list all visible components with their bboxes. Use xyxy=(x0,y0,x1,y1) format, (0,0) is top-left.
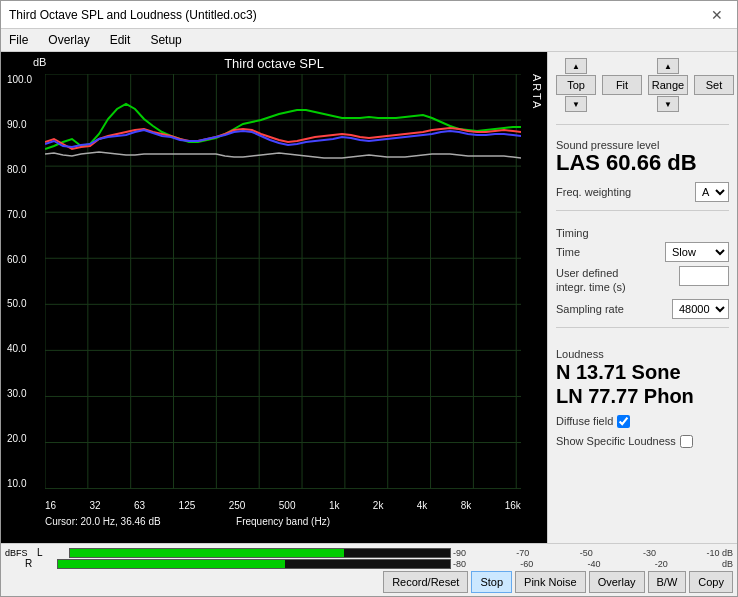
main-window: Third Octave SPL and Loudness (Untitled.… xyxy=(0,0,738,597)
y-tick-20: 20.0 xyxy=(7,433,32,444)
timing-section: Timing Time Fast Slow Custom User define… xyxy=(556,221,729,319)
y-tick-50: 50.0 xyxy=(7,298,32,309)
freq-weighting-row: Freq. weighting A B C Z xyxy=(556,182,729,202)
fit-nav-group: Fit xyxy=(602,58,642,112)
x-tick-16k: 16k xyxy=(505,500,521,511)
loudness-section-label: Loudness xyxy=(556,348,729,360)
level-label-dbfs: dBFS xyxy=(5,548,35,558)
bottom-buttons: Record/Reset Stop Pink Noise Overlay B/W… xyxy=(5,571,733,593)
fit-button[interactable]: Fit xyxy=(602,75,642,95)
level-meter-r: R -80 -60 -40 -20 dB xyxy=(5,558,733,569)
arta-label: ARTA xyxy=(531,74,543,110)
top-up-button[interactable]: ▲ xyxy=(565,58,587,74)
divider-3 xyxy=(556,327,729,328)
menu-bar: File Overlay Edit Setup xyxy=(1,29,737,52)
set-button[interactable]: Set xyxy=(694,75,734,95)
stop-button[interactable]: Stop xyxy=(471,571,512,593)
divider-1 xyxy=(556,124,729,125)
show-specific-checkbox[interactable] xyxy=(680,435,693,448)
x-tick-8k: 8k xyxy=(461,500,472,511)
freq-weighting-select[interactable]: A B C Z xyxy=(695,182,729,202)
y-tick-80: 80.0 xyxy=(7,164,32,175)
x-axis-label: Frequency band (Hz) xyxy=(236,516,330,527)
level-fill-l xyxy=(70,549,344,557)
x-tick-250: 250 xyxy=(229,500,246,511)
level-meter-l: dBFS L -90 -70 -50 -30 -10 dB xyxy=(5,547,733,558)
level-fill-r xyxy=(58,560,285,568)
title-bar: Third Octave SPL and Loudness (Untitled.… xyxy=(1,1,737,29)
freq-weighting-label: Freq. weighting xyxy=(556,186,631,198)
top-nav-group: ▲ Top ▼ xyxy=(556,58,596,112)
level-track-l xyxy=(69,548,451,558)
x-tick-2k: 2k xyxy=(373,500,384,511)
sampling-rate-label: Sampling rate xyxy=(556,303,624,315)
menu-file[interactable]: File xyxy=(5,31,32,49)
sampling-rate-select[interactable]: 44100 48000 96000 xyxy=(672,299,729,319)
diffuse-field-checkbox[interactable] xyxy=(617,415,630,428)
y-tick-60: 60.0 xyxy=(7,254,32,265)
overlay-button[interactable]: Overlay xyxy=(589,571,645,593)
x-tick-32: 32 xyxy=(90,500,101,511)
time-select[interactable]: Fast Slow Custom xyxy=(665,242,729,262)
divider-2 xyxy=(556,210,729,211)
level-track-r xyxy=(57,559,451,569)
range-button[interactable]: Range xyxy=(648,75,688,95)
y-tick-10: 10.0 xyxy=(7,478,32,489)
top-button[interactable]: Top xyxy=(556,75,596,95)
x-tick-1k: 1k xyxy=(329,500,340,511)
y-tick-30: 30.0 xyxy=(7,388,32,399)
loudness-section: Loudness N 13.71 Sone LN 77.77 Phon xyxy=(556,342,729,408)
y-tick-90: 90.0 xyxy=(7,119,32,130)
timing-section-label: Timing xyxy=(556,227,729,239)
bottom-bar: dBFS L -90 -70 -50 -30 -10 dB R -80 -60 … xyxy=(1,543,737,596)
record-reset-button[interactable]: Record/Reset xyxy=(383,571,468,593)
y-axis: 100.0 90.0 80.0 70.0 60.0 50.0 40.0 30.0… xyxy=(7,74,32,489)
user-defined-label: User defined integr. time (s) xyxy=(556,266,651,295)
x-tick-125: 125 xyxy=(179,500,196,511)
menu-edit[interactable]: Edit xyxy=(106,31,135,49)
level-label-r: R xyxy=(25,558,55,569)
nav-controls: ▲ Top ▼ Fit ▲ Range ▼ Set xyxy=(556,58,729,112)
x-tick-4k: 4k xyxy=(417,500,428,511)
diffuse-field-label: Diffuse field xyxy=(556,415,613,427)
show-specific-label: Show Specific Loudness xyxy=(556,435,676,447)
level-ticks-l: -90 -70 -50 -30 -10 dB xyxy=(453,548,733,558)
copy-button[interactable]: Copy xyxy=(689,571,733,593)
x-tick-63: 63 xyxy=(134,500,145,511)
right-panel: ▲ Top ▼ Fit ▲ Range ▼ Set xyxy=(547,52,737,543)
y-tick-70: 70.0 xyxy=(7,209,32,220)
spl-value: LAS 60.66 dB xyxy=(556,151,729,175)
show-specific-row: Show Specific Loudness xyxy=(556,435,729,448)
chart-title: Third octave SPL xyxy=(1,52,547,73)
top-down-button[interactable]: ▼ xyxy=(565,96,587,112)
x-tick-500: 500 xyxy=(279,500,296,511)
close-button[interactable]: ✕ xyxy=(705,5,729,25)
level-ticks-r: -80 -60 -40 -20 dB xyxy=(453,559,733,569)
menu-setup[interactable]: Setup xyxy=(146,31,185,49)
x-axis: 16 32 63 125 250 500 1k 2k 4k 8k 16k xyxy=(45,500,521,511)
pink-noise-button[interactable]: Pink Noise xyxy=(515,571,586,593)
y-tick-40: 40.0 xyxy=(7,343,32,354)
y-tick-100: 100.0 xyxy=(7,74,32,85)
spl-section: Sound pressure level LAS 60.66 dB xyxy=(556,133,729,175)
ln-value: LN 77.77 Phon xyxy=(556,384,729,408)
chart-svg xyxy=(45,74,521,489)
n-value: N 13.71 Sone xyxy=(556,360,729,384)
cursor-info: Cursor: 20.0 Hz, 36.46 dB xyxy=(45,516,161,527)
main-content: Third octave SPL dB 100.0 90.0 80.0 70.0… xyxy=(1,52,737,543)
range-down-button[interactable]: ▼ xyxy=(657,96,679,112)
diffuse-field-row: Diffuse field xyxy=(556,415,729,428)
chart-area: Third octave SPL dB 100.0 90.0 80.0 70.0… xyxy=(1,52,547,543)
level-label-l: L xyxy=(37,547,67,558)
sampling-rate-row: Sampling rate 44100 48000 96000 xyxy=(556,299,729,319)
user-defined-input[interactable]: 10 xyxy=(679,266,729,286)
range-up-button[interactable]: ▲ xyxy=(657,58,679,74)
bw-button[interactable]: B/W xyxy=(648,571,687,593)
set-nav-group: Set xyxy=(694,58,734,112)
window-title: Third Octave SPL and Loudness (Untitled.… xyxy=(9,8,257,22)
range-nav-group: ▲ Range ▼ xyxy=(648,58,688,112)
time-row: Time Fast Slow Custom xyxy=(556,242,729,262)
user-defined-row: User defined integr. time (s) 10 xyxy=(556,266,729,295)
menu-overlay[interactable]: Overlay xyxy=(44,31,93,49)
x-tick-16: 16 xyxy=(45,500,56,511)
